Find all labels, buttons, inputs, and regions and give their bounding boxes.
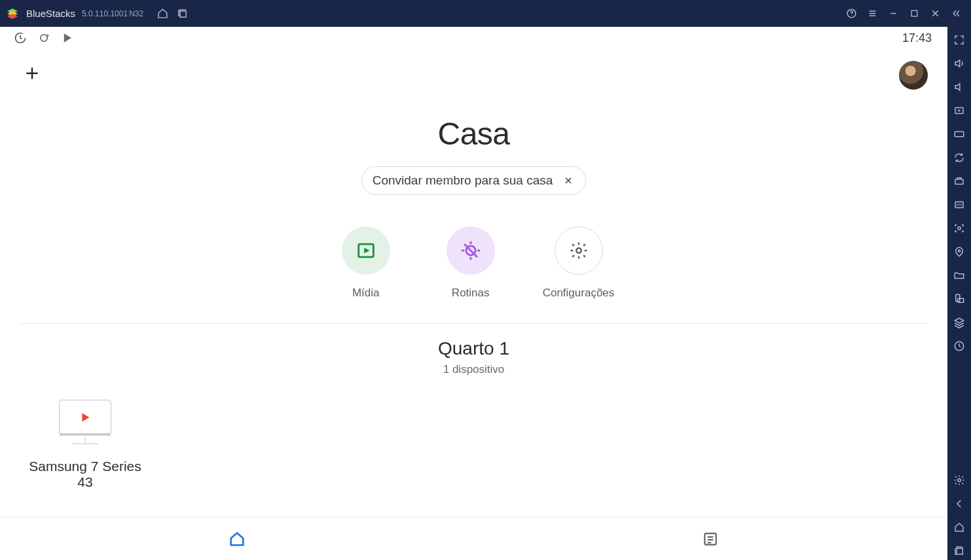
bluestacks-logo-icon bbox=[5, 7, 20, 21]
invite-member-label: Convidar membro para sua casa bbox=[373, 173, 553, 188]
quick-media-label: Mídia bbox=[352, 287, 380, 300]
title-bar: BlueStacks 5.0.110.1001 N32 bbox=[0, 0, 971, 27]
rotate-icon[interactable] bbox=[35, 29, 52, 46]
nav-feed-button[interactable] bbox=[474, 517, 948, 560]
fullscreen-icon[interactable] bbox=[950, 31, 968, 49]
quick-settings-label: Configurações bbox=[543, 287, 615, 300]
settings-icon bbox=[555, 226, 603, 275]
volume-up-icon[interactable] bbox=[950, 54, 968, 73]
dismiss-chip-icon[interactable] bbox=[562, 174, 575, 187]
apk-icon[interactable]: APK bbox=[950, 196, 968, 214]
home-icon[interactable] bbox=[153, 4, 172, 24]
bottom-nav bbox=[0, 517, 947, 560]
svg-rect-0 bbox=[180, 11, 186, 17]
play-store-icon[interactable] bbox=[59, 29, 76, 46]
rotate-device-icon[interactable] bbox=[950, 290, 968, 308]
svg-point-10 bbox=[41, 35, 48, 42]
quick-media[interactable]: Mídia bbox=[333, 226, 399, 300]
android-status-bar: 17:43 bbox=[0, 27, 947, 49]
sync-icon[interactable] bbox=[950, 149, 968, 167]
room-subtitle: 1 dispositivo bbox=[0, 363, 947, 376]
app-version-suffix: N32 bbox=[129, 9, 143, 18]
keyboard-icon[interactable] bbox=[950, 125, 968, 143]
sidebar-settings-icon[interactable] bbox=[950, 471, 968, 489]
android-home-icon[interactable] bbox=[950, 518, 968, 536]
layers-icon[interactable] bbox=[950, 313, 968, 332]
tv-icon bbox=[59, 400, 111, 435]
routines-icon bbox=[447, 226, 495, 275]
clock: 17:43 bbox=[902, 31, 936, 45]
svg-rect-7 bbox=[911, 10, 917, 16]
folder-icon[interactable] bbox=[950, 266, 968, 285]
svg-point-41 bbox=[958, 479, 961, 482]
home-hero: Casa Convidar membro para sua casa bbox=[0, 90, 947, 207]
media-icon bbox=[342, 226, 390, 275]
device-card[interactable]: Samsung 7 Series 43 bbox=[20, 400, 151, 490]
bluestacks-sidebar: APK bbox=[947, 27, 971, 560]
close-icon[interactable] bbox=[925, 4, 945, 24]
svg-text:APK: APK bbox=[956, 203, 962, 207]
quick-actions-row: Mídia Rotinas Configurações bbox=[0, 207, 947, 323]
svg-point-22 bbox=[576, 248, 581, 253]
multi-instance-icon[interactable] bbox=[172, 4, 192, 24]
history-icon[interactable] bbox=[950, 337, 968, 355]
profile-avatar[interactable] bbox=[899, 61, 928, 90]
volume-down-icon[interactable] bbox=[950, 78, 968, 96]
home-title: Casa bbox=[0, 116, 947, 152]
location-icon[interactable] bbox=[950, 243, 968, 261]
app-name: BlueStacks bbox=[26, 8, 75, 19]
svg-marker-28 bbox=[959, 109, 961, 113]
svg-rect-29 bbox=[955, 131, 964, 137]
record-icon[interactable] bbox=[950, 101, 968, 120]
svg-point-36 bbox=[958, 227, 961, 230]
quick-routines-label: Rotinas bbox=[452, 287, 490, 300]
recent-apps-icon[interactable] bbox=[12, 29, 29, 46]
screenshot-icon[interactable] bbox=[950, 219, 968, 237]
svg-point-2 bbox=[851, 16, 852, 16]
room-header: Quarto 1 1 dispositivo bbox=[0, 324, 947, 381]
svg-point-37 bbox=[959, 250, 961, 252]
device-name: Samsung 7 Series 43 bbox=[20, 459, 151, 490]
invite-member-chip[interactable]: Convidar membro para sua casa bbox=[361, 166, 587, 195]
nav-home-button[interactable] bbox=[0, 517, 474, 560]
quick-routines[interactable]: Rotinas bbox=[438, 226, 504, 300]
add-button[interactable] bbox=[20, 61, 45, 86]
quick-settings[interactable]: Configurações bbox=[543, 226, 615, 300]
maximize-icon[interactable] bbox=[904, 4, 924, 24]
svg-rect-33 bbox=[955, 179, 963, 184]
app-version: 5.0.110.1001 bbox=[82, 9, 128, 18]
device-grid: Samsung 7 Series 43 bbox=[0, 381, 947, 508]
help-icon[interactable] bbox=[841, 4, 861, 24]
app-header bbox=[0, 49, 947, 90]
overview-icon[interactable] bbox=[950, 542, 968, 560]
back-icon[interactable] bbox=[950, 495, 968, 513]
macro-icon[interactable] bbox=[950, 172, 968, 190]
minimize-icon[interactable] bbox=[883, 4, 903, 24]
room-title: Quarto 1 bbox=[0, 338, 947, 359]
menu-icon[interactable] bbox=[862, 4, 882, 24]
collapse-sidebar-icon[interactable] bbox=[946, 4, 966, 24]
svg-rect-42 bbox=[957, 548, 962, 554]
